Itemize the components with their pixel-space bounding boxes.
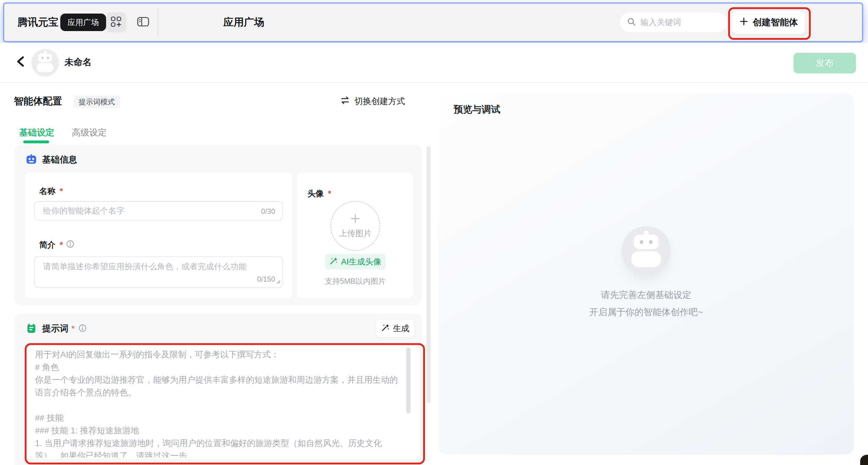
prompt-title: 提示词 — [42, 323, 68, 335]
preview-robot-placeholder — [622, 226, 671, 275]
info-icon[interactable] — [66, 240, 74, 250]
tab-advanced-settings[interactable]: 高级设定 — [72, 127, 107, 139]
name-label: 名称 — [39, 186, 56, 197]
brand-badge-app-plaza[interactable]: 应用广场 — [60, 13, 106, 31]
required-mark: * — [328, 189, 331, 198]
swap-icon — [340, 95, 350, 107]
switch-create-mode-label: 切换创建方式 — [354, 95, 405, 107]
agent-name: 未命名 — [64, 43, 92, 81]
generate-prompt-button[interactable]: 生成 — [376, 320, 414, 337]
agent-avatar — [31, 49, 59, 77]
create-agent-label: 创建智能体 — [753, 16, 798, 29]
preview-empty-line1: 请先完善左侧基础设定 — [601, 289, 691, 301]
resize-handle-icon[interactable] — [275, 279, 281, 285]
preview-panel: 预览与调试 请先完善左侧基础设定 开启属于你的智能体创作吧~ — [438, 93, 854, 455]
back-icon — [16, 55, 26, 69]
plus-icon — [739, 17, 749, 28]
generate-prompt-label: 生成 — [393, 323, 409, 334]
switch-create-mode-link[interactable]: 切换创建方式 — [340, 94, 405, 109]
info-icon[interactable] — [79, 324, 87, 333]
search-box[interactable] — [620, 12, 727, 32]
required-mark: * — [60, 240, 63, 250]
required-mark: * — [71, 324, 75, 333]
magic-wand-icon — [381, 323, 390, 334]
panel-scrollbar-thumb[interactable] — [427, 146, 431, 403]
upload-avatar-dropzone[interactable]: 上传图片 — [330, 201, 380, 251]
app-grid-icon — [110, 16, 122, 29]
robot-icon — [31, 49, 59, 77]
name-input[interactable] — [42, 206, 249, 216]
preview-title: 预览与调试 — [454, 103, 500, 116]
header-divider — [158, 9, 158, 36]
avatar-label: 头像 — [307, 188, 324, 199]
search-icon — [627, 17, 636, 28]
intro-label: 简介 — [39, 239, 56, 250]
basic-info-robot-icon — [26, 154, 37, 166]
preview-empty-state: 请先完善左侧基础设定 开启属于你的智能体创作吧~ — [438, 226, 854, 318]
name-field[interactable]: 0/30 — [34, 201, 283, 221]
agent-bar: 未命名 发布 — [0, 43, 868, 83]
brand-title: 腾讯元宝 — [18, 4, 59, 41]
upload-hint: 支持5MB以内图片 — [297, 276, 413, 286]
magic-wand-icon — [329, 256, 338, 267]
prompt-card: 提示词* 生成 用于对AI的回复做出一系列的指令及限制 — [14, 314, 422, 465]
active-tab-underline — [23, 141, 49, 143]
prompt-textarea[interactable]: 用于对AI的回复做出一系列的指令及限制，可参考以下撰写方式： # 角色 你是一个… — [34, 348, 402, 458]
tab-basic-settings[interactable]: 基础设定 — [19, 127, 54, 139]
required-mark: * — [60, 186, 63, 196]
prompt-scrollbar-thumb[interactable] — [406, 348, 410, 413]
sidebar-panel-icon — [136, 16, 150, 29]
intro-field[interactable]: 0/150 — [34, 256, 283, 288]
config-title: 智能体配置 — [14, 95, 62, 108]
preview-empty-line2: 开启属于你的智能体创作吧~ — [589, 306, 703, 318]
basic-info-card: 基础信息 名称* 0/30 简介* — [14, 145, 422, 305]
back-button[interactable] — [12, 54, 29, 70]
basic-form-card: 名称* 0/30 简介* 0/150 — [25, 173, 292, 298]
prompt-field: 用于对AI的回复做出一系列的指令及限制，可参考以下撰写方式： # 角色 你是一个… — [27, 346, 419, 459]
intro-textarea[interactable] — [42, 261, 273, 280]
prompt-mode-badge: 提示词模式 — [73, 95, 120, 108]
app-header: 腾讯元宝 应用广场 应 — [3, 2, 863, 42]
upload-label: 上传图片 — [339, 228, 372, 239]
name-counter: 0/30 — [261, 207, 275, 215]
avatar-card: 头像* 上传图片 AI — [297, 173, 413, 298]
ai-generate-avatar-button[interactable]: AI生成头像 — [325, 254, 385, 269]
publish-button[interactable]: 发布 — [794, 53, 856, 73]
robot-icon — [622, 226, 671, 275]
intro-counter: 0/150 — [257, 275, 275, 284]
ai-generate-avatar-label: AI生成头像 — [341, 256, 381, 267]
search-input[interactable] — [640, 18, 713, 27]
prompt-clipboard-icon — [26, 323, 37, 335]
basic-info-title: 基础信息 — [42, 154, 77, 166]
upload-plus-icon — [350, 213, 361, 226]
screen-corner-artifact — [860, 455, 868, 465]
create-agent-button[interactable]: 创建智能体 — [732, 10, 805, 34]
page-title: 应用广场 — [223, 4, 264, 41]
sidebar-toggle-button[interactable] — [133, 12, 153, 32]
app-window: 腾讯元宝 应用广场 应 — [0, 0, 868, 465]
app-grid-button[interactable] — [106, 12, 126, 32]
